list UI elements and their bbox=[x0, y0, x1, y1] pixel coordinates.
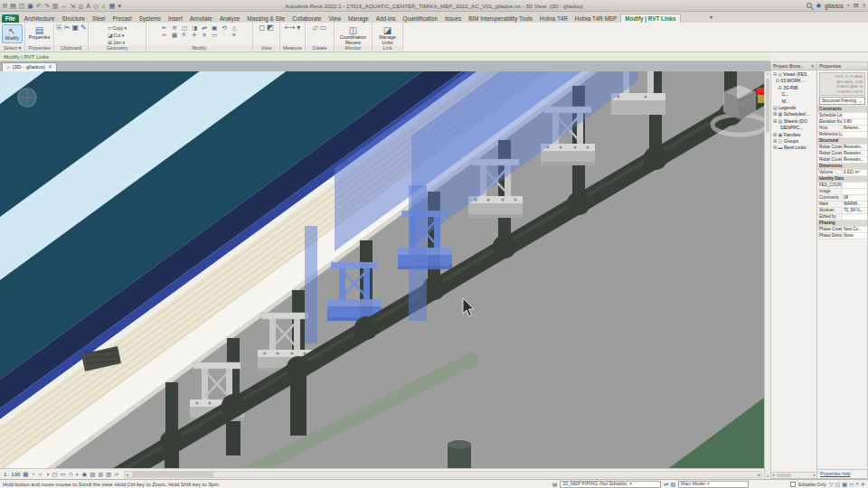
drag-elements-on-selection-icon[interactable]: ✛ bbox=[861, 481, 865, 487]
tree-item[interactable]: DENPRC... bbox=[773, 125, 816, 131]
text-icon[interactable]: A bbox=[86, 2, 90, 10]
property-row[interactable]: Structural bbox=[817, 138, 867, 145]
properties-help-link[interactable]: Properties help bbox=[817, 469, 867, 478]
save-icon[interactable]: ▣ bbox=[27, 2, 33, 10]
select-pinned-elements-icon[interactable]: ▭ bbox=[849, 481, 854, 487]
canvas-vertical-scrollbar[interactable]: ˄ ˅ bbox=[764, 71, 770, 479]
type-selector-dropdown[interactable]: Structural Framing (Oth ⌄ bbox=[819, 97, 865, 105]
undo-icon[interactable]: ↶ bbox=[36, 2, 42, 10]
select-elements-by-face-icon[interactable]: ⌖ bbox=[856, 481, 859, 487]
mirror-pick-axis-icon[interactable]: ◫ bbox=[180, 24, 190, 32]
view-tab-3d[interactable]: ⌂ {3D - gllados} ✕ bbox=[2, 62, 57, 71]
default-3d-view-icon[interactable]: ◇ bbox=[93, 2, 98, 10]
ribbon-tab[interactable]: Analyze bbox=[216, 14, 243, 23]
tree-item[interactable]: ⊞ ▦ Schedules/... bbox=[773, 111, 816, 117]
open-icon[interactable]: ◫ bbox=[19, 2, 25, 10]
tree-item[interactable]: ⊟ ◎ Views (FES bbox=[773, 71, 816, 78]
ribbon-tab[interactable]: Insert bbox=[165, 14, 186, 23]
scroll-left-icon[interactable]: ◂ bbox=[126, 471, 128, 478]
align-icon[interactable]: ⇤ bbox=[160, 24, 170, 32]
property-row[interactable]: Rebar Cover B... Revestim... bbox=[817, 151, 867, 157]
file-icon[interactable]: ▤ bbox=[10, 2, 16, 10]
trim-extend-icon[interactable]: △ bbox=[230, 24, 240, 32]
match-icon[interactable]: ≡ bbox=[230, 32, 240, 39]
property-row[interactable]: Host Referen... bbox=[817, 126, 867, 132]
drawing-area[interactable] bbox=[0, 71, 764, 468]
delete-icon[interactable]: ✕ bbox=[200, 32, 210, 39]
constraints-icon[interactable]: ▱ bbox=[114, 469, 118, 479]
detail-level-icon[interactable]: ▦ bbox=[23, 469, 28, 479]
property-row[interactable]: Comments 08 bbox=[817, 195, 867, 202]
hscroll-thumb[interactable] bbox=[132, 472, 213, 477]
sun-icon[interactable]: ☼ bbox=[100, 2, 106, 10]
ribbon-tab[interactable]: Add-Ins bbox=[373, 14, 400, 23]
property-row[interactable]: Constraints bbox=[817, 107, 867, 113]
property-row[interactable]: Mark WARMI... bbox=[817, 202, 867, 208]
view-tab-close-icon[interactable]: ✕ bbox=[48, 63, 52, 71]
revit-logo[interactable]: R bbox=[3, 2, 7, 10]
property-row[interactable]: Workset 70_SKYL... bbox=[817, 208, 867, 214]
filter-icon[interactable]: ▽ bbox=[829, 481, 834, 487]
sun-path-icon[interactable]: ☼ bbox=[37, 469, 42, 479]
property-row[interactable]: Schedule Level bbox=[817, 113, 867, 119]
property-row[interactable]: Dimensions bbox=[817, 164, 867, 170]
measure-dropdown-icon[interactable]: ▾ bbox=[297, 24, 300, 32]
3d-lock-icon[interactable]: ◇ bbox=[69, 469, 73, 479]
view-scale-button[interactable]: 1 : 100 bbox=[4, 472, 20, 477]
ribbon-tab[interactable]: Structure bbox=[58, 14, 89, 23]
help-icon[interactable]: ? bbox=[862, 3, 865, 9]
browser-hscroll-thumb[interactable] bbox=[777, 474, 791, 477]
match-type-icon[interactable]: ✎ bbox=[80, 24, 87, 32]
panel-label-select[interactable]: Select ▾ bbox=[0, 45, 24, 52]
temporary-hide-isolate-icon[interactable]: ◐ bbox=[76, 469, 80, 479]
thin-lines-icon[interactable]: ▦ bbox=[109, 2, 116, 10]
ribbon-tab[interactable]: Systems bbox=[136, 14, 165, 23]
ribbon-tab[interactable]: Collaborate bbox=[288, 14, 325, 23]
editable-only-checkbox[interactable] bbox=[790, 482, 796, 487]
temporary-view-properties-icon[interactable]: ◍ bbox=[98, 469, 103, 479]
steering-wheel-icon[interactable] bbox=[18, 89, 36, 107]
tree-item[interactable]: M... bbox=[773, 99, 816, 105]
vscroll-thumb[interactable] bbox=[766, 79, 769, 133]
redo-icon[interactable]: ↷ bbox=[44, 2, 50, 10]
worksets-dialog-icon[interactable]: ▧ bbox=[670, 481, 675, 487]
ribbon-tab[interactable]: Architecture bbox=[21, 14, 59, 23]
search-icon[interactable] bbox=[807, 3, 812, 8]
ribbon-tab[interactable]: Holixa T4R bbox=[536, 14, 571, 23]
tree-item[interactable]: ⊞ ◫ Groups bbox=[773, 138, 816, 145]
pin-icon[interactable]: ✛ bbox=[190, 32, 200, 39]
editing-requests-icon[interactable]: ⇄ bbox=[664, 481, 668, 487]
copy-icon[interactable]: ▣ bbox=[210, 24, 220, 32]
hidden-line-icon[interactable]: ◻ bbox=[259, 24, 265, 32]
crop-region-icon[interactable]: ▭ bbox=[61, 469, 66, 479]
worksharing-display-icon[interactable]: ▧ bbox=[90, 469, 95, 479]
reveal-hidden-elements-icon[interactable]: ◉ bbox=[82, 469, 88, 479]
shadows-icon[interactable]: ◑ bbox=[45, 469, 49, 479]
property-row[interactable]: Image bbox=[817, 189, 867, 195]
tree-item[interactable]: ▤ Legends bbox=[773, 105, 816, 111]
design-option-dropdown[interactable]: Main Model ▾ bbox=[678, 481, 749, 488]
ribbon-tab[interactable]: Annotate bbox=[186, 14, 216, 23]
ribbon-state-dropdown-icon[interactable]: ▾ bbox=[710, 14, 712, 20]
property-row[interactable]: Edited by bbox=[817, 214, 867, 221]
ribbon-tab[interactable]: File bbox=[2, 14, 19, 23]
tree-item[interactable]: ⊟ 3S-RIB bbox=[773, 85, 816, 91]
type-selector-preview[interactable]: FES_S_PLANE ARCASE_15M STAIRCASE M OVERF… bbox=[819, 72, 865, 96]
create-group-icon[interactable]: ▱ bbox=[313, 24, 318, 32]
rotate-icon[interactable]: ⟲ bbox=[220, 24, 230, 32]
visual-style-icon[interactable]: ◔ bbox=[32, 469, 35, 479]
create-similar-icon[interactable]: ▭ bbox=[320, 24, 327, 32]
ribbon-tab[interactable]: Issues bbox=[441, 14, 465, 23]
ribbon-tab[interactable]: Holixa T4R MEP bbox=[571, 14, 620, 23]
tree-item[interactable]: ⊞ ▣ Families bbox=[773, 132, 816, 138]
property-row[interactable]: FES_COUNT bbox=[817, 183, 867, 189]
user-dropdown-icon[interactable]: ▾ bbox=[847, 2, 850, 9]
crop-view-icon[interactable]: ◳ bbox=[52, 469, 57, 479]
ribbon-tab[interactable]: Massing & Site bbox=[243, 14, 288, 23]
trim-corner-icon[interactable]: ▭ bbox=[210, 32, 220, 39]
scale-icon[interactable]: ⇱ bbox=[180, 32, 190, 39]
property-row[interactable]: Rebar Cover T... Revestim... bbox=[817, 145, 867, 151]
project-browser-close-icon[interactable]: ✕ bbox=[811, 62, 815, 70]
measure-icon[interactable]: ↔ bbox=[61, 2, 67, 10]
property-row[interactable]: Phase Demolis... None bbox=[817, 233, 867, 239]
